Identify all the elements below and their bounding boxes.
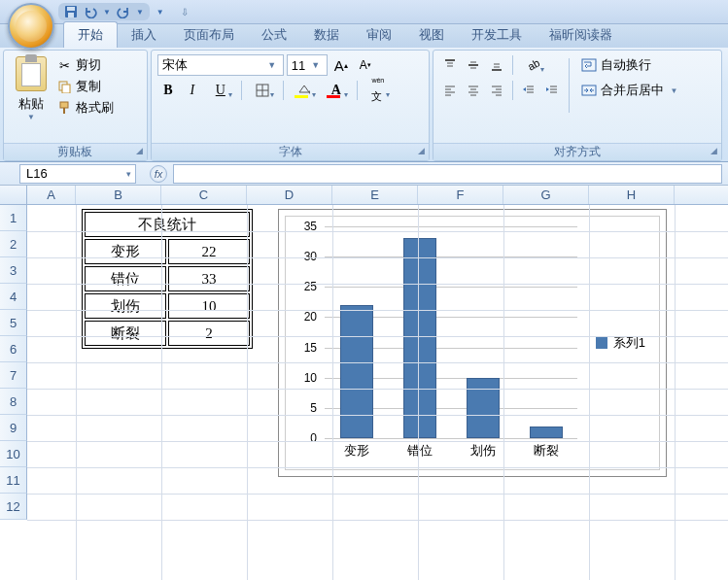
svg-rect-4 (62, 85, 70, 93)
col-header[interactable]: B (76, 186, 161, 204)
tab-3[interactable]: 公式 (248, 22, 300, 48)
paste-icon[interactable] (16, 56, 47, 91)
row-header[interactable]: 10 (0, 441, 27, 467)
chevron-down-icon: ▼ (265, 60, 279, 70)
svg-rect-2 (68, 13, 74, 17)
tab-2[interactable]: 页面布局 (170, 22, 248, 48)
svg-rect-38 (582, 59, 596, 71)
align-middle-button[interactable] (463, 54, 484, 76)
data-table[interactable]: 不良统计变形22错位33划伤10断裂2 (82, 209, 253, 349)
row-header[interactable]: 2 (0, 231, 27, 257)
tab-4[interactable]: 数据 (300, 22, 353, 48)
col-header[interactable]: C (161, 186, 247, 204)
copy-icon (56, 79, 72, 94)
ribbon-tabs: 开始插入页面布局公式数据审阅视图开发工具福昕阅读器 (0, 24, 728, 48)
format-painter-label: 格式刷 (76, 99, 114, 117)
underline-button[interactable]: U (206, 80, 235, 101)
svg-rect-1 (67, 7, 75, 11)
align-top-button[interactable] (439, 54, 461, 76)
row-header[interactable]: 5 (0, 310, 27, 336)
redo-icon[interactable] (117, 5, 130, 18)
fill-color-button[interactable] (290, 80, 319, 101)
font-size-combo[interactable]: 11▼ (287, 54, 328, 76)
col-header[interactable]: F (418, 186, 503, 204)
row-header[interactable]: 11 (0, 467, 27, 494)
qat-overflow-icon[interactable]: ⇩ (181, 7, 189, 17)
paste-dropdown-icon[interactable]: ▼ (27, 113, 35, 121)
tab-8[interactable]: 福昕阅读器 (536, 22, 626, 48)
chart-bar (340, 305, 373, 438)
wrap-text-button[interactable]: 自动换行 (575, 54, 683, 76)
row-header[interactable]: 3 (0, 257, 27, 284)
col-header[interactable]: G (503, 186, 589, 204)
align-left-button[interactable] (439, 80, 461, 101)
col-header[interactable]: E (332, 186, 418, 204)
copy-button[interactable]: 复制 (56, 78, 114, 95)
redo-dropdown-icon[interactable]: ▼ (136, 8, 144, 17)
formula-bar[interactable] (173, 164, 722, 184)
svg-rect-5 (60, 102, 68, 108)
font-group-label: 字体 (152, 143, 430, 160)
row-header[interactable]: 6 (0, 336, 27, 362)
tab-6[interactable]: 视图 (405, 22, 458, 48)
office-button[interactable] (8, 3, 54, 50)
font-name-combo[interactable]: 宋体▼ (157, 54, 284, 76)
chart-bar (403, 238, 436, 438)
decrease-font-button[interactable]: A▾ (355, 54, 376, 76)
cut-label: 剪切 (76, 56, 101, 74)
align-bottom-button[interactable] (486, 54, 507, 76)
tab-1[interactable]: 插入 (118, 22, 170, 48)
merge-center-button[interactable]: 合并后居中▼ (575, 80, 683, 101)
col-header[interactable]: D (247, 186, 332, 204)
border-button[interactable] (248, 80, 277, 101)
font-color-button[interactable]: A (322, 80, 351, 101)
font-name-value: 宋体 (162, 56, 188, 74)
svg-text:ab: ab (526, 58, 539, 72)
tab-0[interactable]: 开始 (63, 21, 118, 48)
col-header[interactable]: H (589, 186, 675, 204)
paste-button[interactable]: 粘贴 (18, 95, 44, 113)
row-header[interactable]: 9 (0, 415, 27, 441)
row-header[interactable]: 7 (0, 362, 27, 389)
increase-font-button[interactable]: A▴ (330, 54, 352, 76)
undo-icon[interactable] (84, 5, 97, 18)
row-header[interactable]: 4 (0, 284, 27, 310)
name-box[interactable]: L16 (19, 164, 136, 184)
svg-rect-6 (63, 108, 65, 114)
row-header[interactable]: 12 (0, 494, 27, 520)
font-size-value: 11 (292, 58, 305, 73)
tab-5[interactable]: 审阅 (353, 22, 405, 48)
wrap-label: 自动换行 (601, 56, 651, 74)
cut-button[interactable]: ✂剪切 (56, 56, 114, 74)
bold-button[interactable]: B (157, 80, 179, 101)
ribbon-group-alignment: ab 自动换行 合并后居中▼ 对齐方式 (433, 50, 722, 161)
format-painter-button[interactable]: 格式刷 (56, 99, 114, 117)
chart-x-axis: 变形错位划伤断裂 (325, 442, 577, 461)
phonetic-button[interactable]: wén文 (364, 80, 393, 101)
col-header[interactable]: A (27, 186, 76, 204)
chart-bar (467, 378, 500, 438)
row-header[interactable]: 1 (0, 205, 27, 231)
qat-customize-icon[interactable]: ▼ (156, 8, 164, 17)
ribbon-group-font: 宋体▼ 11▼ A▴ A▾ B I U A wén文 字体 (151, 50, 431, 161)
select-all-corner[interactable] (0, 186, 27, 204)
chevron-down-icon: ▼ (670, 86, 677, 95)
align-center-button[interactable] (463, 80, 484, 101)
italic-button[interactable]: I (182, 80, 203, 101)
spreadsheet-grid[interactable]: ABCDEFGH 123456789101112 不良统计变形22错位33划伤1… (0, 186, 728, 580)
row-header[interactable]: 8 (0, 389, 27, 415)
ribbon: 粘贴 ▼ ✂剪切 复制 格式刷 剪贴板 宋体▼ 11▼ A▴ A▾ B I U (0, 48, 728, 162)
chart[interactable]: 05101520253035 变形错位划伤断裂 系列1 (278, 209, 667, 477)
decrease-indent-button[interactable] (518, 80, 539, 101)
save-icon[interactable] (64, 5, 78, 18)
chevron-down-icon: ▼ (309, 60, 323, 70)
ribbon-group-clipboard: 粘贴 ▼ ✂剪切 复制 格式刷 剪贴板 (3, 50, 148, 161)
align-right-button[interactable] (486, 80, 507, 101)
increase-indent-button[interactable] (541, 80, 563, 101)
undo-dropdown-icon[interactable]: ▼ (103, 8, 111, 17)
fx-icon[interactable]: fx (150, 165, 167, 183)
clipboard-group-label: 剪贴板 (4, 143, 147, 160)
tab-7[interactable]: 开发工具 (458, 22, 536, 48)
orientation-button[interactable]: ab (518, 54, 547, 76)
name-box-value: L16 (26, 166, 48, 181)
